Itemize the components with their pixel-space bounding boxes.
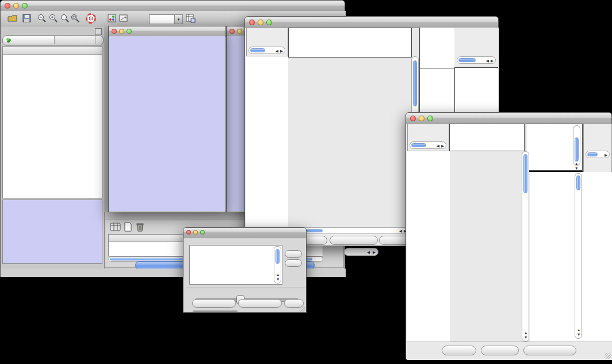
minimize-icon[interactable] [193,230,198,235]
scroll-right-icon[interactable]: ▶ [605,154,607,157]
help-ring-icon[interactable] [86,13,96,24]
network-tree-icon [6,38,11,43]
tv1-usage-scrollbar[interactable]: ◀ ▶ [457,56,496,64]
zoom-window-icon[interactable] [200,230,205,235]
tv2-status-scrollbar[interactable]: ◀ ▶ [410,141,446,149]
annotation-icon[interactable] [119,14,128,23]
delete-attribute-icon[interactable] [135,222,146,232]
network-list-panel [2,46,102,198]
tv1-zoom-matrix[interactable] [420,71,449,97]
close-icon[interactable] [410,116,416,121]
save-icon[interactable] [22,14,32,23]
search-dropdown-arrow[interactable]: ▾ [174,14,183,24]
scroll-left-icon[interactable]: ◀ [437,144,439,148]
scroll-left-icon[interactable]: ◀ [399,229,402,233]
tv2-column-label-panel: ▲ ▼ [526,124,583,171]
tv2-settings-button[interactable] [442,346,476,355]
zoom-window-icon[interactable] [427,116,433,121]
tv1-column-dendrogram[interactable] [288,28,412,58]
animate-vizmap-button[interactable] [192,299,236,308]
tv1-hscrollbar[interactable]: ◀ ▶ [293,227,409,234]
minimize-icon[interactable] [237,29,242,34]
tv2-top-dendrogram-area [449,124,525,151]
tv2-zoom-heatmap[interactable] [531,173,574,339]
scroll-right-icon[interactable]: ▶ [280,49,283,53]
tv1-heatmap[interactable] [288,56,411,227]
new-attribute-icon[interactable] [123,222,133,232]
attribute-list[interactable]: ▲ ▼ [189,245,282,285]
tv2-vscrollbar[interactable]: ▲ ▼ [522,151,529,342]
close-icon[interactable] [230,29,235,34]
network-table-rows [3,54,102,198]
scroll-up-icon[interactable]: ▲ [276,273,280,277]
open-folder-icon[interactable] [7,14,18,23]
move-down-button[interactable] [285,259,302,267]
minimize-icon[interactable] [119,29,124,34]
scroll-right-icon[interactable]: ▶ [491,59,494,63]
zoom-fit-icon[interactable] [60,14,70,23]
tv2-column-labels [526,124,572,171]
tv2-resize-grip[interactable] [605,352,611,359]
float-panel-icon[interactable] [95,28,102,35]
tv1-view-status-panel: ◀ ▶ [246,28,288,56]
tab-more-button[interactable] [95,36,104,44]
main-titlebar[interactable] [1,1,345,12]
tv2-vscrollbar-thumb[interactable] [523,154,527,193]
scroll-left-icon[interactable]: ◀ [367,251,370,254]
network-overview-panel[interactable] [2,200,102,264]
network-overview-thumbnail[interactable] [18,202,73,261]
window-controls[interactable] [1,3,28,9]
close-icon[interactable] [5,3,10,9]
scroll-left-icon[interactable]: ◀ [486,59,489,63]
scroll-left-icon[interactable]: ◀ [276,49,278,53]
scroll-down-icon[interactable]: ▼ [276,278,280,281]
minimize-icon[interactable] [258,20,263,25]
tv2-row-dendrogram[interactable] [407,151,450,342]
zoom-in-icon[interactable] [49,14,58,23]
modify-network-icon[interactable] [108,14,117,23]
tv1-column-labels [419,28,454,68]
network-graph-canvas[interactable] [109,36,225,211]
search-input[interactable] [149,14,175,24]
scroll-right-icon[interactable]: ▶ [373,251,376,254]
import-table-icon[interactable] [186,14,196,23]
network-table-header[interactable] [3,47,102,55]
dialog-resize-grip[interactable] [299,305,305,312]
tv2-zoom-vscrollbar[interactable]: ▲ ▼ [575,173,582,339]
tv2-export-graphics-button[interactable] [523,346,576,355]
tab-vizmapper[interactable] [55,36,94,44]
zoom-selected-icon[interactable] [71,14,80,23]
minimize-icon[interactable] [13,3,19,9]
tv1-status-scrollbar[interactable]: ◀ ▶ [248,47,285,54]
close-icon[interactable] [249,20,255,25]
network-view-1[interactable] [109,36,225,211]
scroll-down-icon[interactable]: ▼ [524,336,527,339]
scroll-right-icon[interactable]: ▶ [441,144,444,148]
zoom-window-icon[interactable] [22,3,28,9]
zoom-window-icon[interactable] [266,20,272,25]
tv1-export-graphics-button[interactable] [330,236,378,245]
tv2-save-data-button[interactable] [481,346,519,355]
move-up-button[interactable] [285,250,302,258]
tv2-heatmap[interactable] [450,151,521,342]
scrollbar-fragment[interactable]: ◀ ▶ [344,248,378,256]
scroll-up-icon[interactable]: ▲ [577,328,580,332]
close-icon[interactable] [112,29,117,34]
zoom-window-icon[interactable] [127,29,132,34]
tv1-row-dendrogram[interactable] [246,56,267,227]
scroll-up-icon[interactable]: ▲ [575,162,578,166]
scroll-down-icon[interactable]: ▼ [577,333,580,336]
select-attributes-icon[interactable] [110,222,121,232]
zoom-out-icon[interactable] [37,14,47,23]
tv2-usage-scrollbar[interactable]: ▶ [586,151,610,158]
tv2-labels-vscrollbar[interactable] [573,125,580,166]
close-icon[interactable] [186,230,191,235]
tv1-vscrollbar-thumb[interactable] [413,60,417,106]
tv2-bottom-bar [407,342,612,360]
scroll-up-icon[interactable]: ▲ [524,331,527,335]
minimize-icon[interactable] [419,116,424,121]
tab-network[interactable] [3,36,55,44]
scroll-down-icon[interactable]: ▼ [575,167,578,170]
create-vizmap-button[interactable] [238,299,282,308]
attribute-list-vscrollbar[interactable]: ▲ ▼ [274,246,281,283]
